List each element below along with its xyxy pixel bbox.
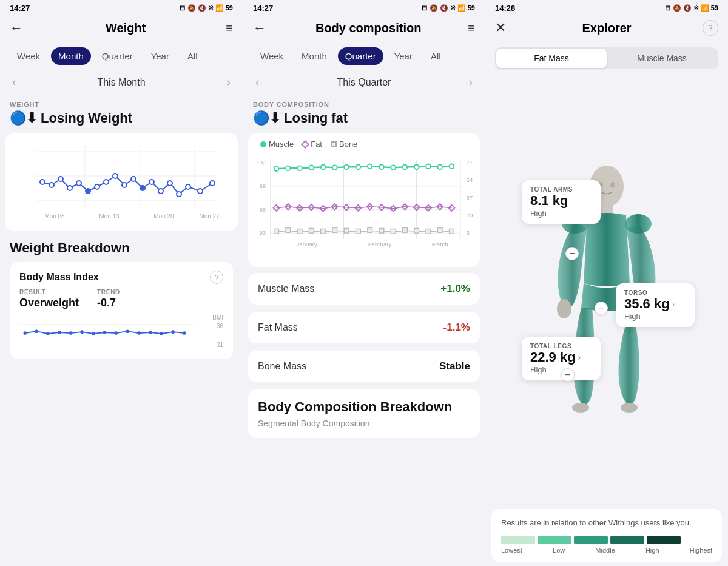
- torso-info-card[interactable]: TORSO 35.6 kg › High: [616, 283, 695, 327]
- toggle-fat-mass[interactable]: Fat Mass: [496, 49, 607, 68]
- svg-text:99: 99: [259, 183, 266, 189]
- label-highest: Highest: [690, 547, 712, 554]
- svg-text:February: February: [368, 241, 392, 248]
- legs-value: 22.9 kg: [530, 349, 576, 365]
- menu-icon-1[interactable]: ≡: [226, 21, 233, 35]
- bmi-help-icon[interactable]: ?: [210, 271, 223, 284]
- body-figure-container: TOTAL ARMS 8.1 kg High TORSO 35.6 kg › H…: [485, 74, 728, 505]
- bone-mass-card[interactable]: Bone Mass Stable: [248, 351, 480, 382]
- body-breakdown-title: Body Composition Breakdown: [258, 399, 470, 415]
- prev-period-1[interactable]: ‹: [12, 76, 16, 89]
- svg-point-38: [103, 331, 107, 334]
- tab-year-2[interactable]: Year: [387, 47, 420, 65]
- svg-point-68: [332, 165, 337, 170]
- fat-mass-card[interactable]: Fat Mass -1.1%: [248, 312, 480, 343]
- muscle-legend-dot: [260, 141, 266, 147]
- toggle-muscle-mass[interactable]: Muscle Mass: [607, 49, 717, 68]
- explorer-toggle-group: Fat Mass Muscle Mass: [495, 47, 718, 69]
- time-2: 14:27: [253, 4, 273, 13]
- explorer-title: Explorer: [511, 21, 703, 35]
- label-high: High: [645, 547, 659, 554]
- next-period-1[interactable]: ›: [227, 76, 231, 89]
- scale-lowest: [501, 536, 535, 544]
- svg-point-44: [171, 330, 175, 334]
- muscle-mass-value: +1.0%: [440, 283, 470, 295]
- bmi-result-col: RESULT Overweight: [19, 289, 79, 309]
- arms-level: High: [530, 209, 592, 218]
- close-button[interactable]: ✕: [495, 20, 506, 36]
- svg-text:Mon 27: Mon 27: [199, 213, 220, 220]
- explorer-header: ✕ Explorer ?: [485, 15, 728, 42]
- torso-region-label: TORSO: [624, 289, 686, 296]
- svg-point-19: [158, 189, 163, 194]
- svg-point-77: [437, 164, 442, 169]
- tab-quarter-2[interactable]: Quarter: [338, 47, 383, 65]
- back-button-1[interactable]: ←: [10, 20, 23, 36]
- weight-tab-bar: Week Month Quarter Year All: [0, 42, 243, 70]
- tab-week-2[interactable]: Week: [253, 47, 291, 65]
- weight-title: Weight: [25, 21, 226, 35]
- prev-period-2[interactable]: ‹: [255, 76, 259, 89]
- svg-point-22: [186, 184, 190, 189]
- label-low: Low: [553, 547, 565, 554]
- status-icons-1: ⊟ 🔕 🔇 ※ 📶 59: [180, 4, 233, 12]
- svg-point-32: [35, 329, 38, 333]
- segmental-label: Segmental Body Composition: [258, 419, 470, 428]
- help-icon[interactable]: ?: [703, 20, 718, 36]
- tab-month-1[interactable]: Month: [51, 47, 91, 65]
- svg-point-14: [113, 174, 118, 178]
- period-label-2: This Quarter: [337, 77, 391, 88]
- tab-year-1[interactable]: Year: [144, 47, 177, 65]
- svg-point-33: [46, 332, 50, 335]
- bmi-title: Body Mass Index: [19, 272, 99, 283]
- svg-text:Mon 20: Mon 20: [153, 213, 174, 220]
- arms-region-label: TOTAL ARMS: [530, 186, 592, 193]
- body-composition-panel: 14:27 ⊟ 🔕 🔇 ※ 📶 59 ← Body composition ≡ …: [243, 0, 485, 566]
- tab-all-2[interactable]: All: [423, 47, 448, 65]
- svg-rect-110: [450, 229, 454, 234]
- svg-text:102: 102: [256, 159, 266, 166]
- svg-point-70: [356, 164, 361, 169]
- svg-point-63: [274, 166, 279, 171]
- next-period-2[interactable]: ›: [469, 76, 473, 89]
- back-button-2[interactable]: ←: [253, 20, 266, 36]
- scale-high: [610, 536, 644, 544]
- svg-point-76: [426, 164, 431, 169]
- svg-rect-106: [403, 227, 408, 232]
- svg-point-41: [137, 331, 141, 335]
- tab-week-1[interactable]: Week: [10, 47, 47, 65]
- status-icons-3: ⊟ 🔕 🔇 ※ 📶 59: [665, 4, 718, 12]
- svg-text:93: 93: [259, 229, 266, 236]
- bmi-chart-svg: [19, 318, 201, 348]
- muscle-mass-card[interactable]: Muscle Mass +1.0%: [248, 273, 480, 305]
- svg-point-40: [126, 329, 129, 333]
- bmi-card: Body Mass Index ? RESULT Overweight TREN…: [10, 262, 233, 359]
- scale-low: [538, 536, 571, 544]
- tab-all-1[interactable]: All: [180, 47, 205, 65]
- body-title: Body composition: [269, 21, 468, 35]
- svg-point-121: [621, 403, 638, 413]
- svg-text:January: January: [296, 241, 317, 248]
- label-lowest: Lowest: [501, 547, 522, 554]
- body-section-label: BODY COMPOSITION: [243, 95, 485, 109]
- status-bar-2: 14:27 ⊟ 🔕 🔇 ※ 📶 59: [243, 0, 485, 15]
- bone-mass-value: Stable: [439, 360, 470, 372]
- fat-legend-diamond: [301, 140, 309, 148]
- legend-fat: Fat: [302, 140, 322, 149]
- status-bar-1: 14:27 ⊟ 🔕 🔇 ※ 📶 59: [0, 0, 243, 15]
- svg-rect-108: [426, 229, 431, 234]
- tab-quarter-1[interactable]: Quarter: [95, 47, 140, 65]
- svg-point-13: [104, 180, 109, 184]
- svg-rect-97: [297, 229, 302, 234]
- svg-point-8: [58, 177, 63, 181]
- svg-rect-109: [437, 227, 442, 232]
- color-scale: [501, 536, 712, 544]
- body-chart-svg: 102 99 96 93 71 54 37 20 3: [253, 152, 475, 255]
- fat-mass-label: Fat Mass: [258, 322, 298, 333]
- scale-highest: [647, 536, 681, 544]
- menu-icon-2[interactable]: ≡: [468, 21, 475, 35]
- svg-point-21: [177, 192, 181, 197]
- arms-info-card[interactable]: TOTAL ARMS 8.1 kg High: [522, 180, 601, 224]
- tab-month-2[interactable]: Month: [294, 47, 334, 65]
- svg-point-120: [572, 403, 589, 413]
